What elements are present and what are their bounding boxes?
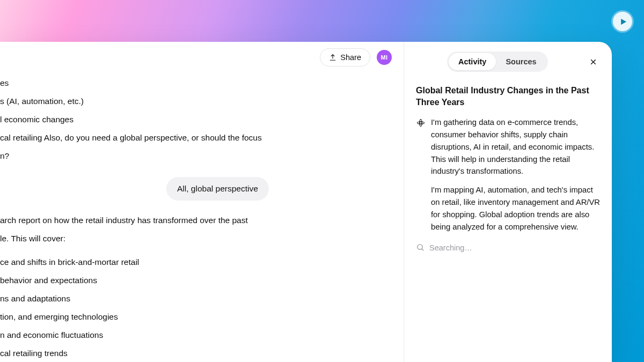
close-icon bbox=[589, 57, 598, 67]
conversation: es s (AI, automation, etc.) l economic c… bbox=[0, 48, 404, 362]
side-panel-title: Global Retail Industry Changes in the Pa… bbox=[416, 85, 600, 109]
ai-icon bbox=[416, 118, 426, 128]
svg-point-1 bbox=[418, 245, 422, 249]
activity-para: I'm gathering data on e-commerce trends,… bbox=[431, 116, 600, 178]
msg-fragment: s (AI, automation, etc.) bbox=[0, 92, 404, 110]
app-window: Share MI es s (AI, automation, etc.) l e… bbox=[0, 42, 612, 362]
tab-sources[interactable]: Sources bbox=[496, 53, 546, 70]
header-actions: Share MI bbox=[320, 48, 392, 67]
msg-fragment: ce and shifts in brick-and-mortar retail bbox=[0, 253, 404, 271]
upload-icon bbox=[329, 54, 336, 61]
user-reply-bubble: All, global perspective bbox=[166, 177, 269, 201]
close-panel-button[interactable] bbox=[586, 55, 600, 69]
msg-fragment: n? bbox=[0, 147, 404, 165]
share-label: Share bbox=[340, 53, 361, 62]
searching-label: Searching… bbox=[429, 243, 472, 252]
tab-activity[interactable]: Activity bbox=[449, 53, 496, 70]
searching-row: Searching… bbox=[416, 243, 600, 252]
msg-fragment: n and economic fluctuations bbox=[0, 326, 404, 344]
main-column: Share MI es s (AI, automation, etc.) l e… bbox=[0, 42, 404, 362]
activity-text: I'm gathering data on e-commerce trends,… bbox=[431, 116, 600, 240]
play-icon bbox=[619, 18, 627, 26]
msg-fragment: l economic changes bbox=[0, 110, 404, 129]
svg-point-0 bbox=[420, 122, 422, 124]
msg-fragment: es bbox=[0, 74, 404, 92]
side-panel-header: Activity Sources bbox=[416, 51, 600, 72]
msg-fragment: ns and adaptations bbox=[0, 290, 404, 308]
activity-entry: I'm gathering data on e-commerce trends,… bbox=[416, 116, 600, 240]
search-icon bbox=[416, 243, 425, 252]
msg-fragment: le. This will cover: bbox=[0, 230, 404, 248]
msg-fragment: cal retailing trends bbox=[0, 344, 404, 362]
msg-fragment: arch report on how the retail industry h… bbox=[0, 211, 404, 230]
msg-fragment: cal retailing Also, do you need a global… bbox=[0, 129, 404, 147]
avatar-initials: MI bbox=[380, 54, 387, 61]
tab-group: Activity Sources bbox=[447, 51, 548, 72]
play-overlay-badge[interactable] bbox=[613, 12, 632, 31]
msg-fragment: tion, and emerging technologies bbox=[0, 308, 404, 326]
avatar[interactable]: MI bbox=[377, 50, 392, 65]
activity-para: I'm mapping AI, automation, and tech's i… bbox=[431, 184, 600, 233]
msg-fragment: behavior and expectations bbox=[0, 271, 404, 290]
share-button[interactable]: Share bbox=[320, 48, 370, 67]
side-panel: Activity Sources Global Retail Industry … bbox=[404, 42, 612, 362]
user-reply-row: All, global perspective bbox=[0, 165, 404, 211]
